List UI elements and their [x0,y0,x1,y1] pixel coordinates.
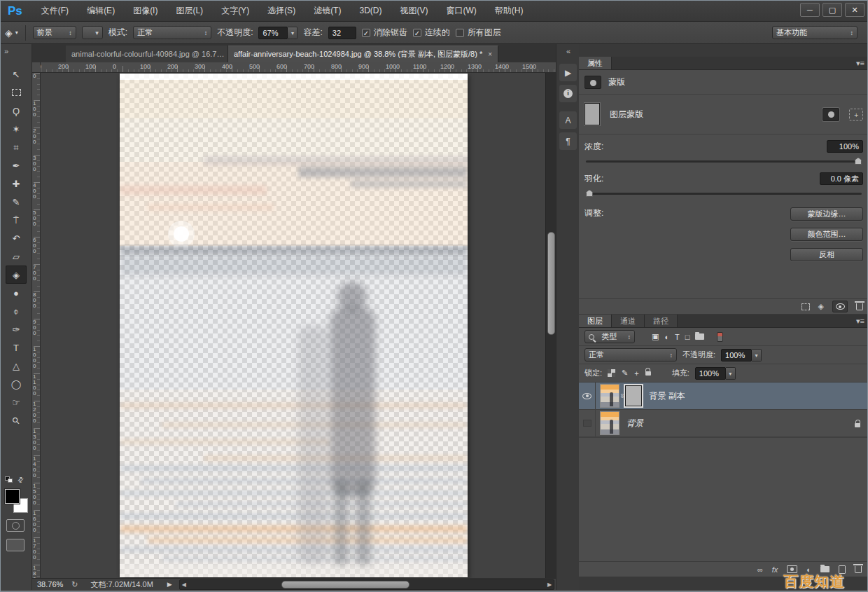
tool-preset-icon[interactable]: ◈ [5,27,13,39]
blend-mode-select[interactable]: 正常 ↕ [584,348,677,362]
tab-layers[interactable]: 图层 [579,315,612,327]
filter-group-icon[interactable] [695,333,704,340]
density-input[interactable]: 100% [827,140,863,153]
tool-preset-arrow[interactable]: ▾ [15,29,18,36]
zoom-tool[interactable]: ⚲ [6,411,27,429]
paragraph-panel-button[interactable]: ¶ [559,132,577,150]
menu-view[interactable]: 视图(V) [391,1,437,21]
menu-filter[interactable]: 滤镜(T) [304,1,350,21]
filter-toggle-icon[interactable] [717,332,723,342]
density-slider[interactable] [586,160,862,163]
load-selection-from-mask-icon[interactable] [802,303,810,310]
filter-type-icon[interactable]: T [675,333,680,341]
layer-thumbnail[interactable] [600,411,620,435]
quick-mask-button[interactable] [6,519,24,532]
tab-channels[interactable]: 通道 [612,315,645,327]
delete-layer-icon[interactable] [855,566,862,573]
marquee-tool[interactable] [6,83,27,102]
minimize-button[interactable]: ─ [800,3,820,17]
invert-button[interactable]: 反相 [790,248,863,261]
foreground-color-swatch[interactable] [5,489,20,504]
menu-select[interactable]: 选择(S) [258,1,304,21]
tab-paths[interactable]: 路径 [645,315,678,327]
density-slider-handle[interactable] [855,158,862,165]
fill-dropdown[interactable]: ▾ [726,367,736,380]
visibility-well[interactable] [579,410,596,436]
panel-menu-icon[interactable]: ▾≡ [856,59,864,68]
character-panel-button[interactable]: A [559,111,577,129]
path-selection-tool[interactable]: △ [6,357,27,375]
select-layer-mask-icon[interactable] [822,108,839,121]
clone-stamp-tool[interactable]: ⍑ [6,211,27,229]
dock-expand-icon[interactable]: « [566,47,570,55]
default-colors-icon[interactable] [5,476,13,483]
status-flyout-arrow[interactable]: ▶ [167,581,172,588]
menu-file[interactable]: 文件(F) [32,1,78,21]
document-tab-active[interactable]: affair-anniversary-beach-1024984.jpg @ 3… [228,46,498,62]
layer-row-background[interactable]: 背景 [579,410,868,437]
scroll-right-arrow[interactable]: ▶ [545,580,554,589]
blur-tool[interactable]: ● [6,284,27,302]
lasso-tool[interactable]: Ϙ [6,102,27,120]
antialias-checkbox-row[interactable]: ✓ 消除锯齿 [362,27,407,39]
apply-mask-icon[interactable]: ◈ [818,302,824,311]
menu-layer[interactable]: 图层(L) [167,1,212,21]
horizontal-scrollbar[interactable]: ◀ ▶ [179,579,554,590]
checkbox-icon[interactable]: ✓ [413,29,421,37]
eraser-tool[interactable]: ▱ [6,247,27,266]
feather-input[interactable]: 0.0 像素 [820,172,863,185]
checkbox-icon[interactable] [456,29,464,37]
menu-type[interactable]: 文字(Y) [212,1,258,21]
layer-mask-thumbnail[interactable] [625,385,642,406]
fill-source-select[interactable]: 前景 ↕ [33,26,76,39]
lock-transparency-icon[interactable] [608,369,615,377]
contiguous-checkbox-row[interactable]: ✓ 连续的 [413,27,450,39]
filter-adjustment-icon[interactable]: ◐ [664,333,669,341]
visibility-well[interactable] [579,383,596,409]
enable-mask-icon[interactable] [832,301,848,312]
menu-3d[interactable]: 3D(D) [350,1,391,21]
feather-slider[interactable] [586,193,862,195]
canvas-viewport[interactable] [41,73,545,578]
layer-opacity-input[interactable]: 100% [721,349,752,362]
maximize-button[interactable]: ▢ [822,3,842,17]
menu-edit[interactable]: 编辑(E) [78,1,124,21]
crop-tool[interactable]: ⌗ [6,138,27,156]
type-tool[interactable]: T [6,338,27,357]
swap-colors-icon[interactable]: ⇄ [15,475,25,485]
menu-image[interactable]: 图像(I) [124,1,167,21]
info-panel-button[interactable]: i [559,85,577,102]
link-layers-icon[interactable]: ∞ [757,565,763,574]
layer-row-background-copy[interactable]: ∞ 背景 副本 [579,383,868,410]
actions-panel-button[interactable]: ▶ [559,64,577,81]
delete-mask-icon[interactable] [856,303,863,310]
close-button[interactable]: ✕ [845,3,864,17]
menu-window[interactable]: 窗口(W) [437,1,485,21]
filter-kind-select[interactable]: 类型 ↕ [584,330,635,343]
layer-thumbnail[interactable] [600,384,620,408]
mode-select[interactable]: 正常 ↕ [133,26,211,39]
screen-mode-button[interactable] [6,539,24,551]
layer-name[interactable]: 背景 副本 [649,390,868,402]
brush-tool[interactable]: ✎ [6,193,27,211]
pen-tool[interactable]: ✑ [6,320,27,338]
document-tab-inactive[interactable]: animal-colorful-colourful-40984.jpg @ 16… [66,46,228,62]
hand-tool[interactable]: ☞ [6,393,27,411]
feather-slider-handle[interactable] [586,190,593,197]
shape-tool[interactable]: ◯ [6,375,27,393]
layer-style-icon[interactable]: fx [772,565,778,574]
scroll-left-arrow[interactable]: ◀ [180,580,188,589]
tab-close-icon[interactable]: × [488,50,492,58]
lock-all-icon[interactable] [645,371,651,376]
menu-help[interactable]: 帮助(H) [486,1,533,21]
tolerance-input[interactable]: 32 [328,27,356,39]
all-layers-checkbox-row[interactable]: 所有图层 [456,27,501,39]
fill-input[interactable]: 100% [695,367,726,380]
checkbox-icon[interactable]: ✓ [362,29,370,37]
filter-pixel-icon[interactable]: ▣ [652,332,659,341]
document-canvas[interactable] [120,74,468,577]
pattern-picker[interactable]: ▾ [82,26,103,39]
add-vector-mask-icon[interactable]: ＋ [849,109,863,121]
color-range-button[interactable]: 颜色范围… [790,228,863,241]
layer-mask-thumbnail[interactable] [584,103,600,125]
